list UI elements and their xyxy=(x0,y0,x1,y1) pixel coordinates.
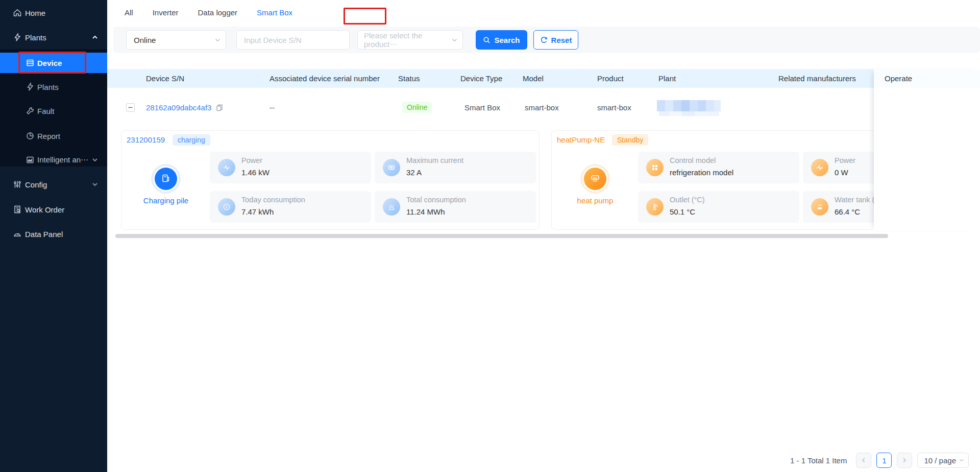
sidebar-item-label: Plants xyxy=(37,83,59,91)
reset-button[interactable]: Reset xyxy=(533,30,578,50)
today-consumption-icon xyxy=(218,198,235,216)
sidebar-item-label: Intelligent an⋯ xyxy=(37,155,88,164)
column-plant: Plant xyxy=(658,69,676,88)
device-sn-link[interactable]: 28162a09dabc4af3 xyxy=(146,103,211,112)
power-icon xyxy=(811,159,828,176)
stat-tile-power: Power 1.46 kW xyxy=(210,152,371,183)
report-icon xyxy=(26,131,35,140)
pagination-total: 1 - 1 Total 1 Item xyxy=(790,456,847,465)
stat-label: Today consumption xyxy=(241,196,305,204)
sidebar-item-label: Report xyxy=(37,132,60,140)
chevron-down-icon xyxy=(215,37,220,43)
status-select-value: Online xyxy=(134,36,156,44)
stat-value: 32 A xyxy=(406,168,422,177)
sidebar-item-label: Home xyxy=(25,9,45,17)
column-associated-sn: Associated device serial number xyxy=(270,69,380,88)
operate-column: Operate xyxy=(874,69,980,231)
cell-status: Online xyxy=(402,88,432,127)
column-operate: Operate xyxy=(874,69,980,88)
page-size-value: 10 / page xyxy=(924,456,956,465)
stat-label: Power xyxy=(241,156,262,164)
sidebar-item-plants[interactable]: Plants xyxy=(0,27,107,48)
sidebar-item-report[interactable]: Report xyxy=(0,126,107,146)
intelligent-analysis-icon xyxy=(26,155,35,164)
next-page-button[interactable] xyxy=(897,453,912,468)
sidebar-item-fault[interactable]: Fault xyxy=(0,101,107,121)
sidebar-item-config[interactable]: Config xyxy=(0,174,107,195)
stat-label: Outlet (°C) xyxy=(670,196,705,204)
total-consumption-icon xyxy=(383,198,400,216)
charging-pile-icon xyxy=(155,168,177,190)
column-device-sn: Device S/N xyxy=(146,69,184,88)
sidebar-item-plants-sub[interactable]: Plants xyxy=(0,77,107,97)
sidebar-item-home[interactable]: Home xyxy=(0,3,107,23)
stat-tile-total-consumption: Total consumption 11.24 MWh xyxy=(375,191,536,223)
plants-icon xyxy=(26,82,35,91)
search-button[interactable]: Search xyxy=(476,30,527,50)
copy-icon[interactable] xyxy=(215,104,223,111)
column-model: Model xyxy=(523,69,544,88)
sidebar-item-label: Work Order xyxy=(25,205,64,214)
subdevice-sn-link[interactable]: heatPump-NE xyxy=(557,135,605,144)
sidebar-item-label: Fault xyxy=(37,107,54,115)
product-select-placeholder: Please select the product⋯ xyxy=(364,31,456,49)
page-size-select[interactable]: 10 / page xyxy=(917,453,969,468)
search-icon xyxy=(483,36,491,44)
cell-model: smart-box xyxy=(525,88,559,127)
stat-value: 66.4 °C xyxy=(835,207,860,216)
chevron-down-icon xyxy=(452,37,457,43)
stat-tile-outlet-temperature: Outlet (°C) 50.1 °C xyxy=(638,191,799,223)
stat-value: 7.47 kWh xyxy=(241,207,274,216)
data-panel-icon xyxy=(13,229,22,239)
stat-value: 0 W xyxy=(835,168,848,177)
chevron-down-icon xyxy=(92,181,98,187)
reset-icon xyxy=(540,36,548,44)
device-type-tabs: All Inverter Data logger Smart Box xyxy=(125,0,292,25)
tab-all[interactable]: All xyxy=(125,8,133,17)
sidebar-item-label: Device xyxy=(37,59,62,67)
plants-icon xyxy=(13,33,22,42)
stat-label: Maximum current xyxy=(406,156,463,164)
column-related-manufacturers: Related manufacturers xyxy=(778,69,856,88)
column-status: Status xyxy=(398,69,420,88)
tab-smart-box[interactable]: Smart Box xyxy=(257,8,292,17)
config-icon xyxy=(13,180,22,189)
cell-plant-redacted xyxy=(657,100,721,111)
tab-inverter[interactable]: Inverter xyxy=(153,8,179,17)
water-tank-icon xyxy=(811,198,828,216)
subdevice-sn-link[interactable]: 231200159 xyxy=(127,135,165,144)
chevron-up-icon xyxy=(92,34,98,40)
sidebar-item-intelligent-analysis[interactable]: Intelligent an⋯ xyxy=(0,150,107,170)
device-management-page: Home Plants Device Plants Fault Report I… xyxy=(0,0,980,472)
sidebar-item-data-panel[interactable]: Data Panel xyxy=(0,224,107,244)
subdevice-status-badge: charging xyxy=(173,134,210,146)
stat-tile-control-model: Control model refrigeration model xyxy=(638,152,799,183)
sidebar-item-work-order[interactable]: Work Order xyxy=(0,199,107,220)
main-content: All Inverter Data logger Smart Box Onlin… xyxy=(107,0,980,472)
device-sn-input-wrapper xyxy=(236,30,350,50)
device-icon xyxy=(26,58,35,67)
search-button-label: Search xyxy=(494,36,520,44)
chevron-down-icon xyxy=(92,157,98,163)
device-sn-input[interactable] xyxy=(237,31,349,49)
column-device-type: Device Type xyxy=(460,69,502,88)
tab-data-logger[interactable]: Data logger xyxy=(198,8,238,17)
status-select[interactable]: Online xyxy=(126,30,226,50)
collapse-row-button[interactable] xyxy=(126,103,135,112)
table-row: 28162a09dabc4af3 -- Online Smart Box sma… xyxy=(107,88,980,127)
cell-device-type: Smart Box xyxy=(464,88,500,127)
sidebar: Home Plants Device Plants Fault Report I… xyxy=(0,0,107,472)
status-badge: Online xyxy=(402,102,432,113)
max-current-icon xyxy=(383,159,400,176)
horizontal-scrollbar[interactable] xyxy=(115,234,888,238)
sidebar-item-device[interactable]: Device xyxy=(0,53,107,73)
heat-pump-icon xyxy=(584,168,606,190)
product-select[interactable]: Please select the product⋯ xyxy=(357,30,463,50)
home-icon xyxy=(13,8,22,17)
stat-value: 1.46 kW xyxy=(241,168,270,177)
page-number-button[interactable]: 1 xyxy=(876,453,892,468)
reset-button-label: Reset xyxy=(551,36,572,44)
pagination: 1 - 1 Total 1 Item 1 10 / page xyxy=(107,449,980,472)
previous-page-button[interactable] xyxy=(856,453,871,468)
outlet-temp-icon xyxy=(646,198,664,216)
